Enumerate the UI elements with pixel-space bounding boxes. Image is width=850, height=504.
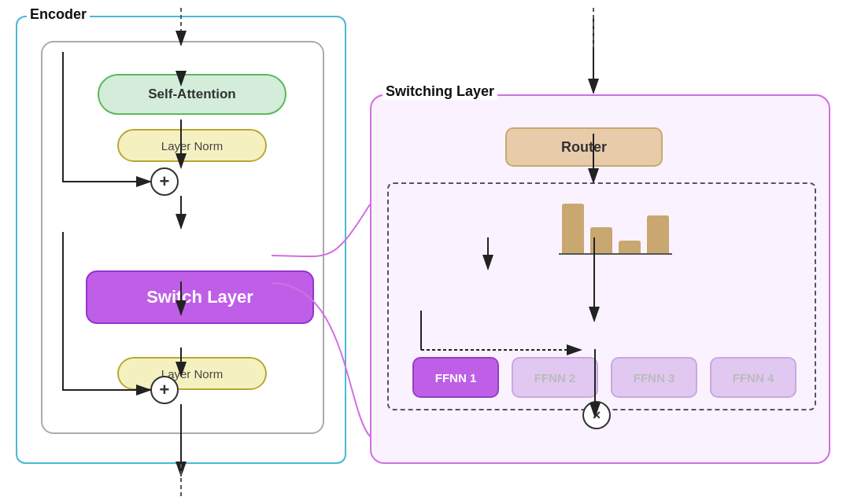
switching-layer-label: Switching Layer [382, 83, 497, 100]
router-box: Router [505, 127, 663, 167]
ffnn-4-box: FFNN 4 [710, 357, 796, 398]
plus-circle-top: + [150, 167, 179, 196]
ffnn-row: FFNN 1 FFNN 2 FFNN 3 FFNN 4 [412, 357, 796, 398]
diagram-container: Encoder Self-Attention Layer Norm Switch… [0, 0, 850, 504]
ffnn-2-box: FFNN 2 [512, 357, 598, 398]
bar-chart [562, 192, 669, 255]
encoder-inner-box: Self-Attention Layer Norm Switch Layer L… [41, 41, 324, 434]
switching-layer-box: Switching Layer Router FFNN 1 FFNN 2 [370, 94, 830, 464]
ffnn-3-box: FFNN 3 [611, 357, 697, 398]
bar-1 [562, 204, 584, 255]
encoder-box: Encoder Self-Attention Layer Norm Switch… [16, 16, 346, 464]
self-attention-box: Self-Attention [98, 74, 286, 115]
bar-2 [590, 227, 612, 255]
multiply-circle: × [582, 401, 611, 429]
plus-circle-bottom: + [150, 376, 179, 404]
bar-baseline [559, 253, 672, 255]
encoder-label: Encoder [27, 6, 90, 23]
layer-norm-top: Layer Norm [117, 129, 267, 162]
layer-norm-bottom: Layer Norm [117, 357, 267, 390]
bar-4 [647, 215, 669, 255]
dashed-box: FFNN 1 FFNN 2 FFNN 3 FFNN 4 [387, 182, 816, 410]
ffnn-1-box: FFNN 1 [412, 357, 499, 398]
switch-layer-box: Switch Layer [86, 270, 314, 324]
